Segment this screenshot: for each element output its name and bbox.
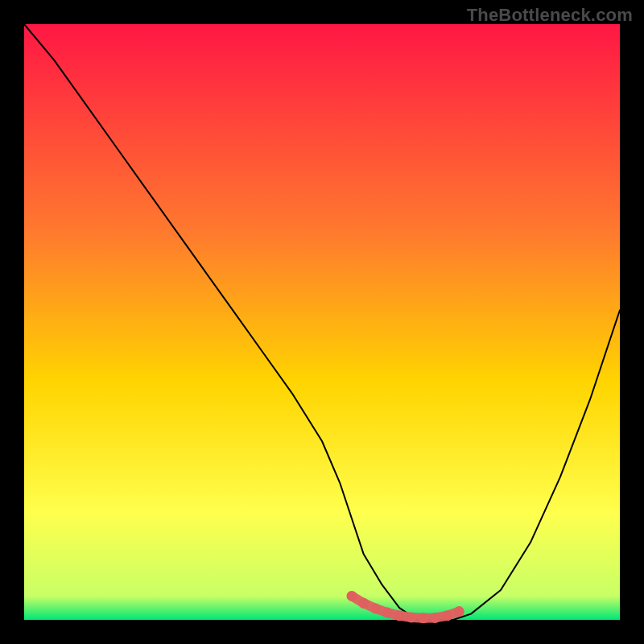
valley-marker — [430, 613, 440, 623]
valley-marker — [442, 610, 452, 621]
chart-stage: TheBottleneck.com — [0, 0, 644, 644]
valley-marker — [454, 606, 464, 617]
valley-marker — [407, 613, 417, 623]
valley-marker — [370, 603, 381, 613]
valley-marker — [382, 608, 393, 618]
valley-marker — [347, 591, 357, 601]
gradient-plot-area — [24, 24, 620, 620]
valley-marker — [418, 613, 428, 623]
valley-marker — [394, 610, 405, 621]
watermark-text: TheBottleneck.com — [467, 5, 633, 26]
chart-svg — [0, 0, 644, 644]
valley-marker — [358, 598, 369, 609]
